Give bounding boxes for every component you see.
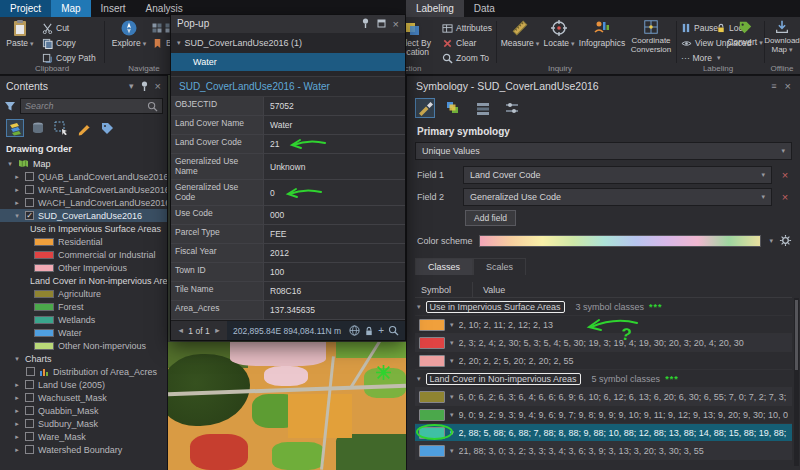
field1-dropdown[interactable]: Land Cover Code▾	[463, 166, 772, 184]
tree-item-chart[interactable]: Distribution of Area_Acres	[0, 365, 167, 378]
copy-path-button[interactable]: Copy Path	[42, 52, 96, 64]
explore-button[interactable]: Explore▾	[110, 19, 148, 48]
attributes-button[interactable]: Attributes	[442, 22, 492, 34]
tree-item-layer[interactable]: ▸Ware_Mask	[0, 430, 167, 443]
list-by-drawing-order-button[interactable]	[6, 119, 24, 137]
zoom-to-selection-button[interactable]: Zoom To	[442, 52, 489, 64]
remove-field2-button[interactable]: ×	[778, 190, 792, 204]
legend-item[interactable]: Wetlands	[0, 313, 167, 326]
gear-icon[interactable]	[779, 234, 792, 247]
layer-checkbox[interactable]	[25, 198, 34, 207]
legend-swatch[interactable]	[34, 251, 54, 259]
pin-icon[interactable]	[140, 81, 149, 92]
list-by-selection-button[interactable]	[52, 119, 70, 137]
symbol-class-row[interactable]: ▾ 9, 0; 9, 2; 9, 3; 9, 4; 9, 6; 9, 7; 9,…	[415, 406, 792, 424]
pane-menu-icon[interactable]: ▾	[129, 81, 134, 91]
more-labeling-button[interactable]: ⋯ More▾	[681, 52, 720, 64]
tree-item-layer[interactable]: ▸Watershed Boundary	[0, 443, 167, 456]
tree-item-layer[interactable]: ▸Sudbury_Mask	[0, 417, 167, 430]
legend-swatch[interactable]	[34, 329, 54, 337]
previous-record-icon[interactable]: ◄	[177, 326, 184, 335]
next-record-icon[interactable]: ►	[214, 326, 221, 335]
legend-item[interactable]: Commercial or Industrial	[0, 248, 167, 261]
tree-item-layer[interactable]: ▸QUAB_LandCoverLandUse2016	[0, 170, 167, 183]
search-icon[interactable]	[388, 325, 399, 336]
symbology-method-dropdown[interactable]: Unique Values▾	[415, 142, 792, 160]
pause-labeling-button[interactable]: Pause	[681, 22, 718, 34]
coordinate-conversion-button[interactable]: Coordinate Conversion	[628, 19, 674, 55]
filter-funnel-icon[interactable]	[4, 100, 16, 112]
infographics-button[interactable]: Infographics	[578, 19, 626, 48]
dock-icon[interactable]	[377, 19, 386, 28]
layer-checkbox[interactable]	[25, 432, 34, 441]
layer-checkbox[interactable]	[25, 406, 34, 415]
primary-symbology-tab-button[interactable]	[415, 98, 435, 118]
class-swatch[interactable]	[419, 427, 445, 439]
tab-labeling[interactable]: Labeling	[406, 0, 464, 17]
color-scheme-dropdown[interactable]	[479, 235, 762, 247]
tab-scales[interactable]: Scales	[473, 258, 526, 275]
cut-button[interactable]: Cut	[42, 22, 69, 34]
tree-item-map[interactable]: ▾ Map	[0, 157, 167, 170]
layer-checkbox[interactable]: ✓	[25, 211, 34, 220]
popup-feature-item-selected[interactable]: Water	[171, 53, 405, 71]
tab-map[interactable]: Map	[51, 0, 90, 17]
legend-item[interactable]: Agriculture	[0, 287, 167, 300]
globe-icon[interactable]	[349, 325, 360, 336]
tab-insert[interactable]: Insert	[91, 0, 136, 17]
clear-selection-button[interactable]: Clear	[442, 37, 476, 49]
convert-labels-button[interactable]: Convert▾	[726, 19, 764, 47]
remove-field1-button[interactable]: ×	[778, 168, 792, 182]
close-icon[interactable]: ×	[155, 80, 161, 92]
search-icon[interactable]	[147, 101, 158, 112]
legend-item[interactable]: Other Impervious	[0, 261, 167, 274]
legend-item[interactable]: Forest	[0, 300, 167, 313]
legend-swatch[interactable]	[34, 303, 54, 311]
pane-menu-icon[interactable]: ≡	[771, 81, 776, 91]
paste-button[interactable]: Paste▾	[4, 19, 36, 48]
tree-item-layer-selected[interactable]: ▾✓SUD_CoverLandUse2016	[0, 209, 167, 222]
layer-checkbox[interactable]	[25, 185, 34, 194]
symbol-group-header[interactable]: ▾ Land Cover in Non-impervious Areas 5 s…	[415, 370, 792, 388]
tab-project[interactable]: Project	[0, 0, 51, 17]
search-input[interactable]	[25, 101, 144, 111]
close-icon[interactable]: ×	[785, 80, 791, 92]
class-swatch[interactable]	[419, 355, 445, 367]
legend-swatch[interactable]	[34, 264, 54, 272]
symbol-class-row-selected[interactable]: ▾ 2, 88; 5, 88; 6, 88; 7, 88; 8, 88; 9, …	[415, 424, 792, 442]
chart-checkbox[interactable]	[26, 367, 35, 376]
list-by-data-source-button[interactable]	[29, 119, 47, 137]
layer-checkbox[interactable]	[25, 419, 34, 428]
lock-icon[interactable]	[364, 326, 374, 336]
layer-checkbox[interactable]	[25, 445, 34, 454]
legend-swatch[interactable]	[34, 316, 54, 324]
class-swatch[interactable]	[419, 391, 445, 403]
close-icon[interactable]: ×	[393, 18, 399, 30]
scrollbar-thumb[interactable]	[795, 300, 798, 370]
symbol-class-row[interactable]: ▾ 6, 0; 6, 2; 6, 3; 6, 4; 6, 6; 6, 9; 6,…	[415, 388, 792, 406]
layer-checkbox[interactable]	[25, 380, 34, 389]
tree-item-layer[interactable]: ▸Wachusett_Mask	[0, 391, 167, 404]
legend-item[interactable]: Water	[0, 326, 167, 339]
vary-symbology-tab-button[interactable]	[444, 98, 464, 118]
legend-item[interactable]: Other Non-impervious	[0, 339, 167, 352]
locate-button[interactable]: Locate▾	[542, 19, 576, 48]
add-field-button[interactable]: Add field	[465, 210, 516, 226]
scale-based-symbology-tab-button[interactable]	[502, 98, 522, 118]
symbol-class-row[interactable]: ▾ 2, 10; 2, 11; 2, 12; 2, 13	[415, 316, 792, 334]
plus-icon[interactable]: +	[378, 325, 384, 336]
copy-button[interactable]: Copy	[42, 37, 76, 49]
tree-item-layer[interactable]: ▸Quabbin_Mask	[0, 404, 167, 417]
download-map-button[interactable]: Download Map▾	[766, 19, 798, 55]
tree-item-layer[interactable]: ▸WARE_LandCoverLandUse2016	[0, 183, 167, 196]
popup-layer-group[interactable]: ▾ SUD_CoverLandUse2016 (1)	[171, 36, 405, 51]
measure-button[interactable]: Measure▾	[500, 19, 540, 48]
class-swatch[interactable]	[419, 445, 445, 457]
legend-swatch[interactable]	[34, 342, 54, 350]
class-swatch[interactable]	[419, 319, 445, 331]
scrollbar[interactable]	[794, 298, 799, 466]
layer-checkbox[interactable]	[25, 393, 34, 402]
symbol-layer-drawing-tab-button[interactable]	[473, 98, 493, 118]
pin-icon[interactable]	[361, 18, 370, 29]
tab-data[interactable]: Data	[464, 0, 505, 17]
